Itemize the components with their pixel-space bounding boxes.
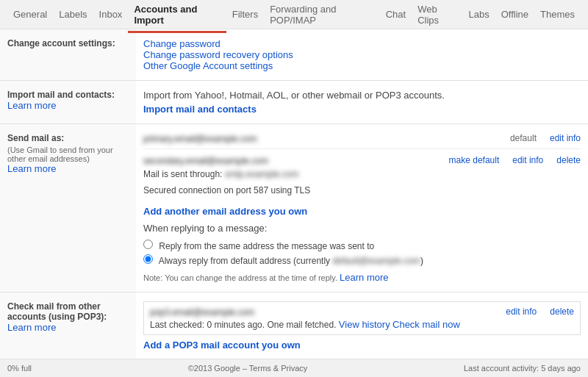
- last-activity: Last account activity: 5 days ago: [464, 364, 581, 373]
- tab-inbox[interactable]: Inbox: [93, 1, 129, 27]
- tab-labels[interactable]: Labels: [53, 1, 93, 27]
- primary-edit-info-link[interactable]: edit info: [550, 133, 581, 143]
- default-tag: default: [510, 133, 537, 143]
- send-mail-label: Send mail as: (Use Gmail to send from yo…: [0, 124, 136, 292]
- import-description: Import from Yahoo!, Hotmail, AOL, or oth…: [143, 90, 581, 101]
- import-mail-row: Import mail and contacts: Learn more Imp…: [0, 81, 588, 124]
- secondary-email: secondary.email@example.com: [143, 156, 268, 166]
- reply-radio-group: Reply from the same address the message …: [143, 240, 581, 266]
- pop3-last-checked: Last checked: 0 minutes ago. One mail fe…: [150, 319, 574, 330]
- copyright: ©2013 Google – Terms & Privacy: [188, 364, 308, 373]
- primary-email: primary.email@example.com: [143, 134, 257, 144]
- pop3-delete-link[interactable]: delete: [550, 306, 574, 317]
- main-content: Change account settings: Change password…: [0, 29, 588, 377]
- import-mail-contacts-link[interactable]: Import mail and contacts: [143, 104, 257, 115]
- change-password-link[interactable]: Change password: [143, 38, 220, 49]
- tab-chat[interactable]: Chat: [380, 1, 412, 27]
- add-pop3-link[interactable]: Add a POP3 mail account you own: [143, 340, 301, 351]
- storage-percent: 0% full: [7, 364, 32, 373]
- other-google-account-link[interactable]: Other Google Account settings: [143, 60, 273, 71]
- check-mail-row: Check mail from other accounts (using PO…: [0, 292, 588, 360]
- view-history-link[interactable]: View history: [339, 319, 390, 330]
- send-mail-sublabel: (Use Gmail to send from your other email…: [7, 146, 125, 163]
- tab-web-clips[interactable]: Web Clips: [412, 0, 462, 33]
- check-mail-now-link[interactable]: Check mail now: [392, 319, 460, 330]
- send-mail-content: primary.email@example.com default edit i…: [136, 124, 588, 292]
- secondary-edit-info-link[interactable]: edit info: [512, 155, 543, 165]
- pop3-email: pop3.email@example.com: [150, 307, 254, 317]
- tab-forwarding-pop-imap[interactable]: Forwarding and POP/IMAP: [264, 0, 380, 33]
- pop3-edit-link[interactable]: edit info: [506, 306, 537, 317]
- change-account-row: Change account settings: Change password…: [0, 29, 588, 81]
- check-mail-content: pop3.email@example.com edit info delete …: [136, 292, 588, 360]
- secondary-connection: Secured connection on port 587 using TLS: [143, 182, 581, 198]
- send-mail-learn-more-link[interactable]: Learn more: [7, 163, 56, 174]
- add-another-email-link[interactable]: Add another email address you own: [143, 206, 307, 217]
- secondary-delete-link[interactable]: delete: [556, 155, 581, 165]
- tab-filters[interactable]: Filters: [226, 1, 264, 27]
- tab-general[interactable]: General: [7, 1, 53, 27]
- change-account-content: Change password Change password recovery…: [136, 29, 588, 81]
- reply-learn-more-link[interactable]: Learn more: [340, 272, 388, 283]
- reply-note: Note: You can change the address at the …: [143, 272, 581, 283]
- reply-default-radio[interactable]: [143, 254, 153, 264]
- import-learn-more-link[interactable]: Learn more: [7, 100, 56, 111]
- secondary-sent-through: Mail is sent through: smtp.example.com: [143, 166, 581, 182]
- change-account-label: Change account settings:: [0, 29, 136, 81]
- bottom-bar: 0% full ©2013 Google – Terms & Privacy L…: [0, 359, 588, 377]
- reply-same-label[interactable]: Reply from the same address the message …: [143, 240, 581, 251]
- import-mail-label: Import mail and contacts: Learn more: [0, 81, 136, 124]
- reply-same-radio[interactable]: [143, 240, 153, 249]
- reply-default-label[interactable]: Always reply from default address (curre…: [143, 254, 581, 266]
- tab-accounts-import[interactable]: Accounts and Import: [128, 0, 226, 33]
- make-default-link[interactable]: make default: [449, 155, 500, 165]
- import-mail-content: Import from Yahoo!, Hotmail, AOL, or oth…: [136, 81, 588, 124]
- change-password-recovery-link[interactable]: Change password recovery options: [143, 49, 293, 60]
- check-mail-learn-more-link[interactable]: Learn more: [7, 322, 56, 333]
- reply-label: When replying to a message:: [143, 223, 581, 234]
- tab-offline[interactable]: Offline: [495, 1, 534, 27]
- tab-labs[interactable]: Labs: [462, 1, 495, 27]
- top-navigation: General Labels Inbox Accounts and Import…: [0, 0, 588, 29]
- tab-themes[interactable]: Themes: [534, 1, 581, 27]
- send-mail-row: Send mail as: (Use Gmail to send from yo…: [0, 124, 588, 292]
- settings-table: Change account settings: Change password…: [0, 29, 588, 377]
- check-mail-label: Check mail from other accounts (using PO…: [0, 292, 136, 360]
